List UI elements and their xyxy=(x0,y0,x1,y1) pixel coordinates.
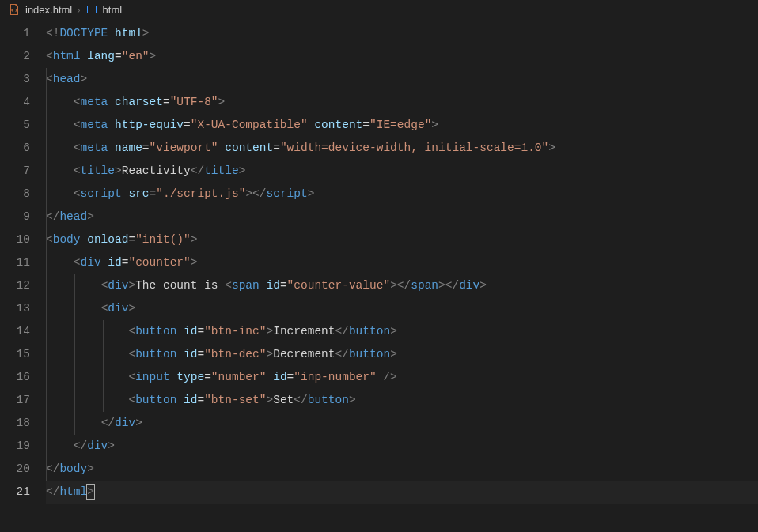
code-line[interactable]: <meta http-equiv="X-UA-Compatible" conte… xyxy=(46,114,758,137)
code-line[interactable]: </head> xyxy=(46,206,758,228)
code-line[interactable]: <input type="number" id="inp-number" /> xyxy=(46,366,758,389)
line-number: 17 xyxy=(0,389,30,412)
code-line[interactable]: <script src="./script.js"></script> xyxy=(46,183,758,206)
code-line[interactable]: <meta name="viewport" content="width=dev… xyxy=(46,137,758,160)
line-number: 7 xyxy=(0,160,30,183)
line-number: 10 xyxy=(0,228,30,251)
line-number: 15 xyxy=(0,343,30,366)
code-line[interactable]: </div> xyxy=(46,435,758,458)
code-line[interactable]: </body> xyxy=(46,458,758,481)
file-code-icon xyxy=(8,3,21,16)
line-number: 5 xyxy=(0,114,30,137)
code-line[interactable]: <!DOCTYPE html> xyxy=(46,22,758,45)
code-editor[interactable]: 1 2 3 4 5 6 7 8 9 10 11 12 13 14 15 16 1… xyxy=(0,19,758,504)
code-line[interactable]: <div> xyxy=(46,297,758,320)
text-cursor: > xyxy=(86,484,95,500)
code-line[interactable]: <html lang="en"> xyxy=(46,45,758,68)
code-line[interactable]: </html> xyxy=(46,481,758,504)
line-number: 1 xyxy=(0,22,30,45)
code-line[interactable]: <button id="btn-set">Set</button> xyxy=(46,389,758,412)
line-number-gutter: 1 2 3 4 5 6 7 8 9 10 11 12 13 14 15 16 1… xyxy=(0,22,46,504)
code-line[interactable]: <meta charset="UTF-8"> xyxy=(46,91,758,114)
code-line[interactable]: <button id="btn-inc">Increment</button> xyxy=(46,320,758,343)
breadcrumb-symbol[interactable]: html xyxy=(103,4,123,16)
line-number: 8 xyxy=(0,183,30,206)
line-number: 13 xyxy=(0,297,30,320)
code-line[interactable]: <title>Reactivity</title> xyxy=(46,160,758,183)
line-number: 12 xyxy=(0,274,30,297)
line-number: 21 xyxy=(0,481,30,504)
line-number: 4 xyxy=(0,91,30,114)
line-number: 6 xyxy=(0,137,30,160)
code-line[interactable]: <div>The count is <span id="counter-valu… xyxy=(46,274,758,297)
line-number: 14 xyxy=(0,320,30,343)
code-line[interactable]: </div> xyxy=(46,412,758,435)
code-line[interactable]: <head> xyxy=(46,68,758,91)
breadcrumb: index.html › html xyxy=(0,0,758,19)
line-number: 19 xyxy=(0,435,30,458)
line-number: 18 xyxy=(0,412,30,435)
line-number: 20 xyxy=(0,458,30,481)
code-area[interactable]: <!DOCTYPE html> <html lang="en"> <head> … xyxy=(46,22,758,504)
code-line[interactable]: <body onload="init()"> xyxy=(46,228,758,251)
symbol-brackets-icon xyxy=(85,3,98,16)
code-line[interactable]: <div id="counter"> xyxy=(46,251,758,274)
code-line[interactable]: <button id="btn-dec">Decrement</button> xyxy=(46,343,758,366)
line-number: 2 xyxy=(0,45,30,68)
breadcrumb-separator: › xyxy=(77,4,80,16)
line-number: 9 xyxy=(0,206,30,228)
line-number: 3 xyxy=(0,68,30,91)
line-number: 11 xyxy=(0,251,30,274)
breadcrumb-file[interactable]: index.html xyxy=(25,4,72,16)
line-number: 16 xyxy=(0,366,30,389)
